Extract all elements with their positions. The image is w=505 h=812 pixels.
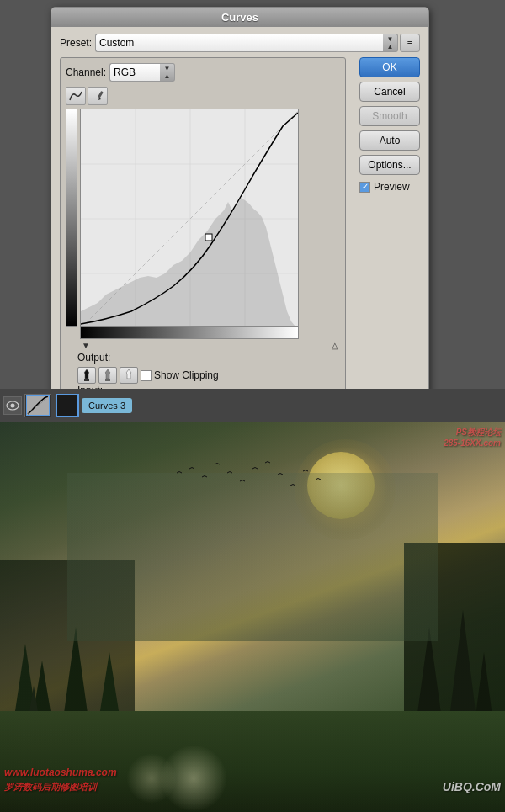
preview-label: Preview — [374, 181, 410, 193]
bottom-strip-row: ▼ △ — [80, 341, 340, 350]
svg-rect-0 — [98, 91, 104, 98]
layer-curves-thumbnail[interactable] — [24, 394, 51, 417]
bottom-controls — [80, 327, 340, 341]
curves-main-area: Channel: RGB ▼▲ — [60, 57, 420, 421]
svg-marker-1 — [98, 98, 101, 100]
output-row: Output: — [66, 352, 340, 364]
white-eyedropper-btn[interactable] — [120, 367, 138, 384]
layer-visibility-toggle[interactable] — [3, 396, 22, 415]
svg-rect-10 — [205, 234, 212, 241]
svg-rect-13 — [126, 379, 131, 381]
right-buttons-panel: OK Cancel Smooth Auto Options... ✓ Previ… — [359, 57, 420, 421]
show-clipping-label: Show Clipping — [154, 369, 219, 381]
preview-row: ✓ Preview — [359, 181, 420, 193]
curves-graph-svg — [81, 109, 299, 327]
layer-name[interactable]: Curves 3 — [82, 398, 132, 413]
black-eyedropper-btn[interactable] — [77, 367, 96, 384]
smooth-button[interactable]: Smooth — [359, 106, 420, 126]
watermark-top-right: PS教程论坛 285-16XX.com — [444, 427, 501, 448]
preview-checkbox[interactable]: ✓ — [359, 182, 370, 193]
channel-row: Channel: RGB ▼▲ — [66, 63, 340, 82]
curves-canvas-wrapper[interactable]: ▼ △ — [80, 109, 340, 350]
svg-rect-12 — [105, 379, 110, 381]
curves-left-panel: Channel: RGB ▼▲ — [60, 57, 346, 421]
ground — [0, 711, 505, 812]
preset-options-btn[interactable]: ≡ — [400, 34, 420, 52]
dialog-title: Curves — [221, 11, 258, 24]
svg-rect-11 — [84, 379, 89, 381]
channel-dropdown-arrow[interactable]: ▼▲ — [160, 63, 175, 82]
output-gradient-strip — [66, 109, 77, 327]
preview-checkmark: ✓ — [362, 183, 369, 191]
preset-dropdown-arrow[interactable]: ▼▲ — [383, 34, 398, 52]
channel-value[interactable]: RGB — [109, 63, 160, 82]
left-triangle-icon[interactable]: ▼ — [82, 341, 90, 350]
input-tools-row: Show Clipping — [77, 367, 340, 384]
preset-row: Preset: Custom ▼▲ ≡ — [60, 34, 420, 52]
preset-label: Preset: — [60, 37, 92, 49]
right-triangle-icon[interactable]: △ — [332, 341, 338, 350]
output-label: Output: — [77, 352, 110, 364]
ok-button[interactable]: OK — [359, 57, 420, 77]
auto-button[interactable]: Auto — [359, 130, 420, 151]
curve-tool-icon[interactable] — [66, 87, 86, 105]
curves-dialog: Curves Preset: Custom ▼▲ ≡ Channel: — [50, 7, 429, 430]
graph-area: ▼ △ — [66, 109, 340, 350]
layer-bar: Curves 3 — [0, 389, 505, 422]
fantasy-background-image: www.luotaoshuma.com 罗涛数码后期修图培训 UiBQ.CoM … — [0, 422, 505, 812]
cancel-button[interactable]: Cancel — [359, 82, 420, 102]
bottom-panel: Curves 3 — [0, 389, 505, 812]
layer-mask-thumbnail[interactable] — [56, 394, 79, 417]
svg-point-15 — [11, 404, 15, 408]
dialog-titlebar: Curves — [51, 8, 428, 27]
birds-svg — [168, 456, 337, 523]
show-clipping-checkbox[interactable] — [141, 370, 152, 381]
tool-icons-row — [66, 87, 340, 105]
curves-canvas[interactable] — [80, 109, 299, 327]
options-button[interactable]: Options... — [359, 155, 420, 175]
pencil-tool-icon[interactable] — [88, 87, 108, 105]
channel-label: Channel: — [66, 66, 106, 78]
gray-eyedropper-btn[interactable] — [98, 367, 117, 384]
input-gradient-strip — [80, 327, 299, 339]
preset-value[interactable]: Custom — [95, 34, 383, 52]
